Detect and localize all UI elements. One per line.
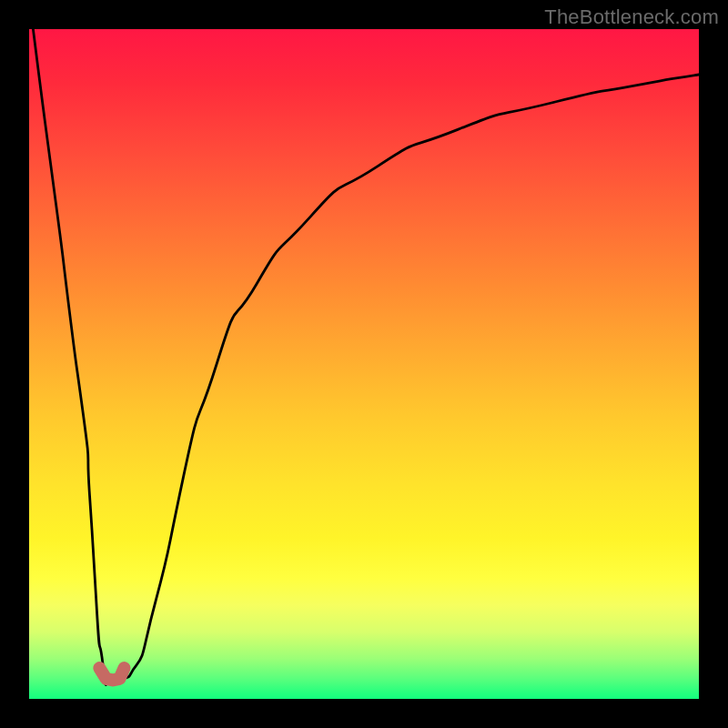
- watermark-text: TheBottleneck.com: [544, 5, 719, 29]
- bottleneck-curve: [33, 29, 699, 685]
- optimal-marker: [99, 668, 124, 680]
- curve-svg: [29, 29, 699, 699]
- plot-area: [29, 29, 699, 699]
- chart-frame: TheBottleneck.com: [0, 0, 728, 728]
